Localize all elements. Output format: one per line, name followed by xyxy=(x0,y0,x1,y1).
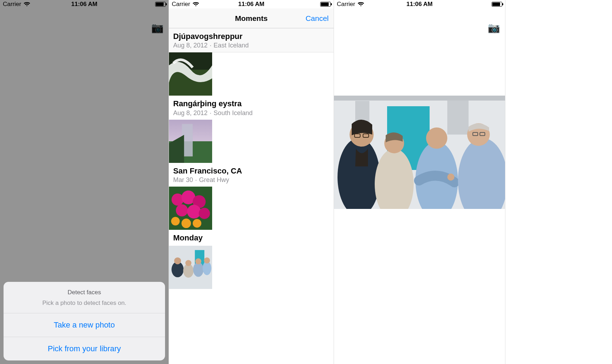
svg-point-10 xyxy=(199,208,210,219)
svg-point-22 xyxy=(195,258,201,264)
cancel-button[interactable]: Cancel xyxy=(306,14,329,23)
pick-library-button[interactable]: Pick from your library xyxy=(4,337,165,360)
moment-header: Djúpavogshreppur Aug 8, 2012·East Icelan… xyxy=(169,28,334,52)
moment-subtitle: Mar 30·Great Hwy xyxy=(173,176,329,184)
phone-screen-3: Carrier 11:06 AM 📷 xyxy=(334,0,505,364)
svg-point-23 xyxy=(204,257,210,263)
svg-rect-28 xyxy=(334,96,505,101)
svg-rect-26 xyxy=(447,99,469,135)
status-bar: Carrier 11:06 AM xyxy=(169,0,334,8)
svg-point-18 xyxy=(193,262,203,277)
action-sheet-header: Detect faces Pick a photo to detect face… xyxy=(4,282,165,313)
moments-list[interactable]: Djúpavogshreppur Aug 8, 2012·East Icelan… xyxy=(169,28,334,364)
photo-thumbnail[interactable] xyxy=(169,246,212,289)
moment-header: San Francisco, CA Mar 30·Great Hwy xyxy=(169,163,334,187)
svg-point-8 xyxy=(176,204,188,216)
svg-point-36 xyxy=(426,127,447,149)
svg-point-13 xyxy=(193,219,201,228)
take-photo-button[interactable]: Take a new photo xyxy=(4,313,165,337)
photo-thumbnail[interactable] xyxy=(169,187,212,230)
phone-screen-1: Carrier 11:06 AM 📷 Detect faces Pick a p… xyxy=(0,0,169,364)
svg-point-9 xyxy=(187,205,201,218)
svg-point-37 xyxy=(447,174,454,181)
svg-point-12 xyxy=(181,218,191,228)
result-photo xyxy=(334,96,505,209)
status-bar: Carrier 11:06 AM xyxy=(334,0,505,8)
moment-title: Monday xyxy=(173,233,329,243)
svg-point-11 xyxy=(171,217,180,226)
action-sheet: Detect faces Pick a photo to detect face… xyxy=(4,282,165,360)
phone-screen-2: Carrier 11:06 AM Moments Cancel Djúpavog… xyxy=(169,0,334,364)
clock-label: 11:06 AM xyxy=(334,1,505,8)
battery-icon xyxy=(492,2,502,7)
action-sheet-title: Detect faces xyxy=(9,289,159,296)
battery-icon xyxy=(320,2,331,7)
camera-icon[interactable]: 📷 xyxy=(488,22,500,34)
clock-label: 11:06 AM xyxy=(169,1,334,8)
moment-subtitle: Aug 8, 2012·East Iceland xyxy=(173,42,329,49)
moment-header: Rangárþing eystra Aug 8, 2012·South Icel… xyxy=(169,96,334,119)
action-sheet-subtitle: Pick a photo to detect faces on. xyxy=(9,300,159,307)
photo-thumbnail[interactable] xyxy=(169,120,212,163)
moment-header: Monday xyxy=(169,230,334,245)
svg-point-20 xyxy=(174,257,181,265)
moment-title: Djúpavogshreppur xyxy=(173,32,329,41)
moment-title: San Francisco, CA xyxy=(173,166,329,176)
photo-thumbnail[interactable] xyxy=(169,52,212,96)
moment-subtitle: Aug 8, 2012·South Iceland xyxy=(173,109,329,117)
moment-title: Rangárþing eystra xyxy=(173,99,329,108)
svg-point-21 xyxy=(185,260,191,266)
nav-title: Moments xyxy=(235,14,267,23)
